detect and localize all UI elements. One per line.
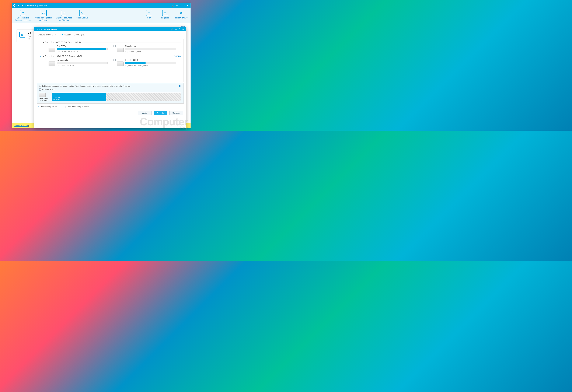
main-toolbar: ◔ Disco/Partición Copia de seguridad ▭ C… [12, 8, 191, 23]
dialog-title: Clon de Disco / Partición [36, 28, 57, 30]
tools-icon: ✖ [178, 10, 184, 16]
app-title: EaseUS Todo Backup Free 7.0 [18, 4, 47, 7]
disk1-partition-h[interactable]: Pelis H: (NTFS) 37,93 GB libre de 63,08 … [113, 59, 176, 67]
tool-file-backup[interactable]: ▭ Copia de Seguridad de Archivo [35, 10, 52, 21]
drive-icon [39, 93, 46, 97]
back-button[interactable]: Atrás [138, 111, 151, 115]
layout-description: La distribución después de recuperación:… [39, 85, 130, 87]
disk0-header[interactable]: ◢ Disco duro 0 (35,00 GB, Básico, MBR) [39, 41, 181, 44]
ssd-label: Optimizar para SSD [41, 106, 59, 108]
dialog-titlebar[interactable]: Clon de Disco / Partición 🛒 — ☐ ✕ [34, 27, 186, 31]
source-value: Disco 0 ( C: ) [46, 33, 59, 36]
disk0-checkbox[interactable] [39, 41, 41, 43]
source-destination-row: Origen: Disco 0 ( C: ) ⟶ Destino: Disco … [34, 31, 186, 38]
usage-bar [57, 48, 108, 50]
tool-clone[interactable]: ◻ Clon [143, 10, 155, 21]
upgrade-link[interactable]: Actualiza ahora [15, 125, 28, 127]
disk-list-panel: ◢ Disco duro 0 (35,00 GB, Básico, MBR) C… [37, 39, 184, 82]
arrow-right-icon: ⟶ [60, 33, 63, 36]
usage-bar [57, 62, 108, 64]
disk1-header[interactable]: ◢ Disco duro 1 (149,05 GB, Básico, MBR) … [39, 54, 181, 58]
maximize-icon[interactable]: ☐ [178, 27, 181, 31]
layout-segment-unallocated[interactable]: 50,89 GB [106, 93, 181, 101]
drive-icon [48, 48, 55, 52]
popout-icon[interactable]: ⧉ [175, 4, 179, 7]
folder-icon: ▭ [41, 10, 47, 16]
windows-icon: ⊞ [61, 10, 67, 16]
usage-bar [125, 62, 176, 64]
destination-label: Destino: [64, 33, 72, 36]
target-disk-info: Disc...uro1 (85,96 GB) [39, 93, 50, 101]
layout-segment-b[interactable]: B: (NTFS) 35,57 GB [52, 93, 106, 101]
source-label: Origen: [38, 33, 45, 36]
maximize-icon[interactable]: ☐ [182, 4, 186, 7]
card-title: Co [28, 31, 31, 34]
set-active-checkbox[interactable] [39, 89, 41, 91]
edit-button[interactable]: ✎Editar [174, 55, 181, 57]
logs-icon: ≣ [162, 10, 168, 16]
drive-icon [117, 62, 124, 66]
destination-value: Disco 1 ( *: ) [74, 33, 85, 36]
main-titlebar[interactable]: EaseUS Todo Backup Free 7.0 🛒 ⧉ — ☐ ✕ [12, 3, 191, 8]
close-icon[interactable]: ✕ [181, 27, 185, 31]
partition-checkbox[interactable] [113, 45, 116, 47]
disk1-checkbox[interactable] [39, 55, 41, 57]
minimize-icon[interactable]: — [179, 4, 182, 7]
sector-label: Clon de sector por sector [67, 106, 89, 108]
close-icon[interactable]: ✕ [186, 4, 189, 7]
card-sub-fav: Fav [28, 35, 31, 37]
card-sub-tie: Tie [28, 38, 31, 40]
disk0-partition-c[interactable]: C: (NTFS) 1,12 GB libre de 35,00 GB [45, 45, 108, 53]
cancel-button[interactable]: Cancelar [169, 111, 183, 115]
partition-layout-strip[interactable]: B: (NTFS) 35,57 GB 50,89 GB [52, 93, 181, 101]
cart-icon[interactable]: 🛒 [171, 27, 174, 31]
disk0-partition-unallocated[interactable]: No asignado Capacidad: 2,00 MB [113, 45, 176, 53]
sector-checkbox[interactable] [64, 106, 66, 108]
clone-dialog: Clon de Disco / Partición 🛒 — ☐ ✕ Origen… [34, 27, 186, 128]
tool-logs[interactable]: ≣ Registros [159, 10, 171, 21]
disk1-partition-unallocated[interactable]: No asignado Capacidad: 85,96 GB [45, 59, 108, 67]
partition-checkbox[interactable] [45, 59, 47, 61]
tool-disk-partition-backup[interactable]: ◔ Disco/Partición Copia de seguridad [15, 10, 31, 21]
clone-options-row: Optimizar para SSD Clon de sector por se… [34, 104, 186, 110]
cart-icon[interactable]: 🛒 [172, 4, 175, 7]
ok-button[interactable]: OK [179, 85, 182, 87]
partition-checkbox[interactable] [113, 59, 116, 61]
set-active-label: Establecer activo [42, 88, 57, 91]
tool-tools[interactable]: ✖ Herramientas▾ [175, 10, 188, 21]
proceed-button[interactable]: Proceder [154, 111, 167, 115]
minimize-icon[interactable]: — [174, 27, 178, 31]
windows-icon: ⊞ [19, 31, 25, 38]
disk-icon: ◔ [20, 10, 26, 16]
app-logo-icon [13, 4, 17, 7]
dialog-button-row: Atrás Proceder Cancelar [34, 110, 186, 117]
cursor-icon: ↖ [79, 10, 85, 16]
pencil-icon: ✎ [174, 55, 176, 57]
drive-icon [48, 62, 55, 66]
tool-system-backup[interactable]: ⊞ Copia de seguridad de Sistema [56, 10, 72, 21]
collapse-icon[interactable]: ◢ [42, 55, 44, 57]
ssd-checkbox[interactable] [38, 106, 40, 108]
layout-after-recovery-panel: La distribución después de recuperación:… [37, 83, 184, 104]
clone-icon: ◻ [146, 10, 152, 16]
collapse-icon[interactable]: ◢ [42, 41, 44, 44]
usage-bar [125, 48, 176, 50]
partition-checkbox[interactable] [45, 45, 47, 47]
drive-icon [117, 48, 124, 52]
tool-smart-backup[interactable]: ↖ Smart Backup [76, 10, 88, 21]
